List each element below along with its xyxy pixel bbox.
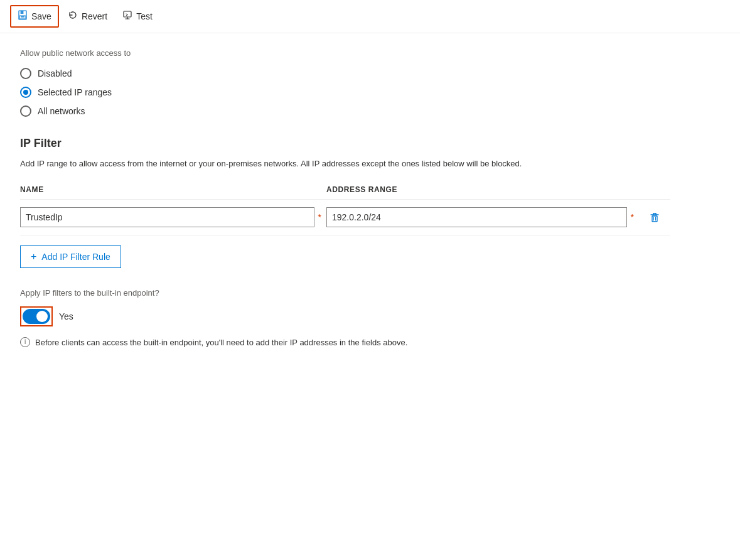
- add-button-label: Add IP Filter Rule: [41, 252, 110, 262]
- toggle-border-wrapper: [20, 306, 53, 326]
- info-row: i Before clients can access the built-in…: [20, 337, 670, 349]
- toggle-thumb: [36, 311, 48, 322]
- test-icon: [122, 10, 132, 23]
- svg-rect-6: [124, 11, 131, 17]
- table-header: NAME ADDRESS RANGE: [20, 185, 670, 200]
- trash-icon: [649, 212, 660, 223]
- endpoint-toggle[interactable]: [23, 309, 50, 324]
- info-icon: i: [20, 337, 30, 347]
- radio-label-selected-ip: Selected IP ranges: [38, 87, 112, 97]
- revert-icon: [68, 10, 78, 23]
- radio-all-networks[interactable]: All networks: [20, 105, 670, 117]
- save-button[interactable]: Save: [10, 5, 59, 28]
- svg-rect-3: [19, 16, 26, 19]
- toggle-track: [23, 309, 50, 324]
- radio-disabled[interactable]: Disabled: [20, 68, 670, 79]
- address-field-wrapper: *: [326, 207, 634, 227]
- add-ip-filter-button[interactable]: + Add IP Filter Rule: [20, 245, 121, 268]
- address-input[interactable]: [326, 207, 627, 227]
- name-field-wrapper: *: [20, 207, 321, 227]
- table-row: * *: [20, 200, 670, 235]
- network-access-radio-group: Disabled Selected IP ranges All networks: [20, 68, 670, 117]
- svg-rect-2: [21, 11, 23, 14]
- radio-circle-selected-ip: [20, 87, 31, 98]
- radio-label-disabled: Disabled: [38, 68, 72, 78]
- revert-button[interactable]: Revert: [62, 6, 114, 26]
- toggle-row: Yes: [20, 304, 670, 329]
- delete-row-button[interactable]: [639, 209, 670, 225]
- test-label: Test: [136, 11, 153, 21]
- toggle-section: Apply IP filters to the built-in endpoin…: [20, 288, 670, 349]
- radio-circle-all-networks: [20, 105, 31, 117]
- col-header-address: ADDRESS RANGE: [326, 185, 634, 194]
- network-access-label: Allow public network access to: [20, 48, 670, 58]
- main-content: Allow public network access to Disabled …: [0, 33, 690, 363]
- svg-rect-9: [652, 216, 657, 222]
- radio-label-all-networks: All networks: [38, 106, 85, 116]
- ip-filter-section: IP Filter Add IP range to allow access f…: [20, 137, 670, 268]
- endpoint-toggle-label: Apply IP filters to the built-in endpoin…: [20, 288, 670, 298]
- ip-filter-table: NAME ADDRESS RANGE * *: [20, 185, 670, 235]
- toolbar: Save Revert Test: [0, 0, 740, 33]
- save-label: Save: [31, 11, 51, 21]
- name-required-star: *: [318, 212, 321, 222]
- toggle-value-text: Yes: [59, 311, 73, 321]
- revert-label: Revert: [82, 11, 107, 21]
- radio-circle-disabled: [20, 68, 31, 79]
- name-input[interactable]: [20, 207, 314, 227]
- ip-filter-description: Add IP range to allow access from the in…: [20, 158, 670, 170]
- radio-selected-ip[interactable]: Selected IP ranges: [20, 87, 670, 98]
- address-required-star: *: [631, 212, 634, 222]
- plus-icon: +: [31, 251, 36, 262]
- test-button[interactable]: Test: [116, 6, 159, 26]
- ip-filter-title: IP Filter: [20, 137, 670, 150]
- info-text: Before clients can access the built-in e…: [35, 337, 407, 349]
- save-icon: [18, 10, 28, 23]
- col-header-name: NAME: [20, 185, 321, 194]
